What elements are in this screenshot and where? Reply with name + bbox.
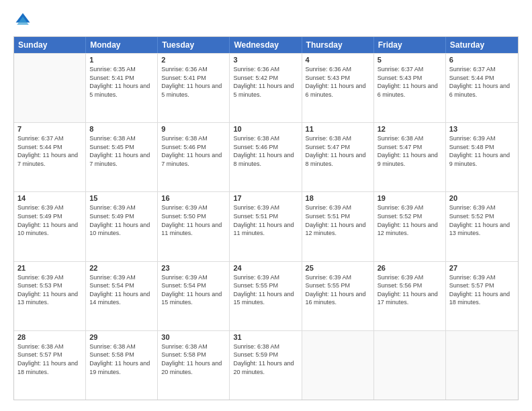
day-number: 24	[233, 264, 298, 272]
cell-info: Sunrise: 6:37 AM Sunset: 5:44 PM Dayligh…	[449, 65, 515, 99]
day-number: 6	[449, 56, 515, 64]
day-number: 28	[17, 333, 82, 341]
header	[13, 11, 519, 30]
cell-info: Sunrise: 6:38 AM Sunset: 5:57 PM Dayligh…	[17, 342, 82, 376]
calendar-header-row: SundayMondayTuesdayWednesdayThursdayFrid…	[14, 37, 518, 53]
day-number: 15	[89, 194, 154, 202]
calendar-row: 1Sunrise: 6:35 AM Sunset: 5:41 PM Daylig…	[14, 53, 518, 122]
cell-info: Sunrise: 6:36 AM Sunset: 5:42 PM Dayligh…	[233, 65, 298, 99]
calendar-cell: 30Sunrise: 6:38 AM Sunset: 5:58 PM Dayli…	[158, 331, 230, 400]
calendar-cell: 16Sunrise: 6:39 AM Sunset: 5:50 PM Dayli…	[158, 192, 230, 261]
cell-info: Sunrise: 6:38 AM Sunset: 5:46 PM Dayligh…	[161, 134, 226, 168]
calendar-cell: 14Sunrise: 6:39 AM Sunset: 5:49 PM Dayli…	[14, 192, 86, 261]
calendar-cell: 1Sunrise: 6:35 AM Sunset: 5:41 PM Daylig…	[86, 54, 158, 122]
cell-info: Sunrise: 6:39 AM Sunset: 5:52 PM Dayligh…	[378, 203, 442, 237]
day-number: 12	[378, 125, 442, 133]
cell-info: Sunrise: 6:38 AM Sunset: 5:47 PM Dayligh…	[378, 134, 442, 168]
cell-info: Sunrise: 6:39 AM Sunset: 5:57 PM Dayligh…	[449, 273, 515, 307]
day-number: 27	[449, 264, 515, 272]
day-number: 30	[161, 333, 226, 341]
calendar-cell: 26Sunrise: 6:39 AM Sunset: 5:56 PM Dayli…	[374, 262, 446, 330]
cell-info: Sunrise: 6:39 AM Sunset: 5:54 PM Dayligh…	[89, 273, 154, 307]
cell-info: Sunrise: 6:39 AM Sunset: 5:48 PM Dayligh…	[449, 134, 515, 168]
calendar-cell: 11Sunrise: 6:38 AM Sunset: 5:47 PM Dayli…	[302, 123, 374, 191]
day-number: 10	[233, 125, 298, 133]
calendar: SundayMondayTuesdayWednesdayThursdayFrid…	[13, 36, 519, 400]
cell-info: Sunrise: 6:38 AM Sunset: 5:45 PM Dayligh…	[89, 134, 154, 168]
calendar-cell: 25Sunrise: 6:39 AM Sunset: 5:55 PM Dayli…	[302, 262, 374, 330]
cell-info: Sunrise: 6:36 AM Sunset: 5:41 PM Dayligh…	[161, 65, 226, 99]
calendar-cell: 8Sunrise: 6:38 AM Sunset: 5:45 PM Daylig…	[86, 123, 158, 191]
calendar-cell: 24Sunrise: 6:39 AM Sunset: 5:55 PM Dayli…	[230, 262, 302, 330]
calendar-cell	[374, 331, 446, 400]
logo	[13, 11, 35, 30]
day-number: 21	[17, 264, 82, 272]
day-number: 20	[449, 194, 515, 202]
cell-info: Sunrise: 6:39 AM Sunset: 5:55 PM Dayligh…	[306, 273, 370, 307]
calendar-cell: 29Sunrise: 6:38 AM Sunset: 5:58 PM Dayli…	[86, 331, 158, 400]
cell-info: Sunrise: 6:39 AM Sunset: 5:53 PM Dayligh…	[17, 273, 82, 307]
calendar-cell: 3Sunrise: 6:36 AM Sunset: 5:42 PM Daylig…	[230, 54, 302, 122]
cell-info: Sunrise: 6:37 AM Sunset: 5:43 PM Dayligh…	[378, 65, 442, 99]
cell-info: Sunrise: 6:39 AM Sunset: 5:52 PM Dayligh…	[449, 203, 515, 237]
calendar-cell: 4Sunrise: 6:36 AM Sunset: 5:43 PM Daylig…	[302, 54, 374, 122]
day-number: 14	[17, 194, 82, 202]
day-number: 19	[378, 194, 442, 202]
calendar-cell: 12Sunrise: 6:38 AM Sunset: 5:47 PM Dayli…	[374, 123, 446, 191]
calendar-cell: 22Sunrise: 6:39 AM Sunset: 5:54 PM Dayli…	[86, 262, 158, 330]
weekday-header: Friday	[374, 37, 446, 53]
calendar-cell: 17Sunrise: 6:39 AM Sunset: 5:51 PM Dayli…	[230, 192, 302, 261]
cell-info: Sunrise: 6:39 AM Sunset: 5:55 PM Dayligh…	[233, 273, 298, 307]
day-number: 16	[161, 194, 226, 202]
cell-info: Sunrise: 6:39 AM Sunset: 5:50 PM Dayligh…	[161, 203, 226, 237]
calendar-cell: 2Sunrise: 6:36 AM Sunset: 5:41 PM Daylig…	[158, 54, 230, 122]
day-number: 9	[161, 125, 226, 133]
day-number: 26	[378, 264, 442, 272]
day-number: 23	[161, 264, 226, 272]
calendar-cell: 19Sunrise: 6:39 AM Sunset: 5:52 PM Dayli…	[374, 192, 446, 261]
cell-info: Sunrise: 6:39 AM Sunset: 5:49 PM Dayligh…	[17, 203, 82, 237]
day-number: 2	[161, 56, 226, 64]
day-number: 25	[306, 264, 370, 272]
calendar-cell: 21Sunrise: 6:39 AM Sunset: 5:53 PM Dayli…	[14, 262, 86, 330]
cell-info: Sunrise: 6:38 AM Sunset: 5:58 PM Dayligh…	[161, 342, 226, 376]
day-number: 8	[89, 125, 154, 133]
calendar-row: 28Sunrise: 6:38 AM Sunset: 5:57 PM Dayli…	[14, 330, 518, 400]
calendar-cell: 23Sunrise: 6:39 AM Sunset: 5:54 PM Dayli…	[158, 262, 230, 330]
calendar-cell: 5Sunrise: 6:37 AM Sunset: 5:43 PM Daylig…	[374, 54, 446, 122]
calendar-cell: 27Sunrise: 6:39 AM Sunset: 5:57 PM Dayli…	[446, 262, 518, 330]
calendar-page: SundayMondayTuesdayWednesdayThursdayFrid…	[0, 0, 532, 411]
calendar-row: 21Sunrise: 6:39 AM Sunset: 5:53 PM Dayli…	[14, 261, 518, 330]
calendar-cell: 20Sunrise: 6:39 AM Sunset: 5:52 PM Dayli…	[446, 192, 518, 261]
cell-info: Sunrise: 6:39 AM Sunset: 5:51 PM Dayligh…	[233, 203, 298, 237]
calendar-row: 7Sunrise: 6:37 AM Sunset: 5:44 PM Daylig…	[14, 122, 518, 191]
weekday-header: Tuesday	[158, 37, 230, 53]
day-number: 11	[306, 125, 370, 133]
day-number: 17	[233, 194, 298, 202]
calendar-cell: 10Sunrise: 6:38 AM Sunset: 5:46 PM Dayli…	[230, 123, 302, 191]
calendar-cell: 28Sunrise: 6:38 AM Sunset: 5:57 PM Dayli…	[14, 331, 86, 400]
calendar-body: 1Sunrise: 6:35 AM Sunset: 5:41 PM Daylig…	[14, 53, 518, 400]
day-number: 22	[89, 264, 154, 272]
calendar-cell: 18Sunrise: 6:39 AM Sunset: 5:51 PM Dayli…	[302, 192, 374, 261]
cell-info: Sunrise: 6:35 AM Sunset: 5:41 PM Dayligh…	[89, 65, 154, 99]
calendar-cell: 31Sunrise: 6:38 AM Sunset: 5:59 PM Dayli…	[230, 331, 302, 400]
cell-info: Sunrise: 6:38 AM Sunset: 5:59 PM Dayligh…	[233, 342, 298, 376]
day-number: 5	[378, 56, 442, 64]
cell-info: Sunrise: 6:39 AM Sunset: 5:54 PM Dayligh…	[161, 273, 226, 307]
cell-info: Sunrise: 6:39 AM Sunset: 5:56 PM Dayligh…	[378, 273, 442, 307]
weekday-header: Sunday	[14, 37, 86, 53]
calendar-cell: 13Sunrise: 6:39 AM Sunset: 5:48 PM Dayli…	[446, 123, 518, 191]
cell-info: Sunrise: 6:38 AM Sunset: 5:47 PM Dayligh…	[306, 134, 370, 168]
calendar-row: 14Sunrise: 6:39 AM Sunset: 5:49 PM Dayli…	[14, 191, 518, 261]
calendar-cell: 6Sunrise: 6:37 AM Sunset: 5:44 PM Daylig…	[446, 54, 518, 122]
calendar-cell	[14, 54, 86, 122]
weekday-header: Thursday	[302, 37, 374, 53]
cell-info: Sunrise: 6:39 AM Sunset: 5:49 PM Dayligh…	[89, 203, 154, 237]
weekday-header: Saturday	[446, 37, 518, 53]
calendar-cell: 15Sunrise: 6:39 AM Sunset: 5:49 PM Dayli…	[86, 192, 158, 261]
day-number: 13	[449, 125, 515, 133]
day-number: 3	[233, 56, 298, 64]
calendar-cell: 9Sunrise: 6:38 AM Sunset: 5:46 PM Daylig…	[158, 123, 230, 191]
calendar-cell: 7Sunrise: 6:37 AM Sunset: 5:44 PM Daylig…	[14, 123, 86, 191]
